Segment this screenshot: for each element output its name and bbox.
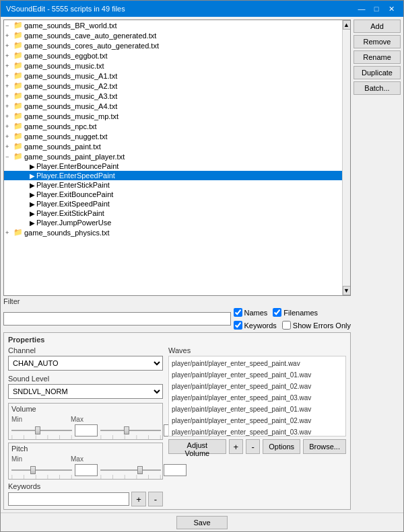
keywords-row: + - xyxy=(8,492,163,506)
show-errors-checkbox-label[interactable]: Show Errors Only xyxy=(282,321,351,330)
properties-label: Properties xyxy=(8,336,346,344)
tree-item[interactable]: + 📁 game_sounds_music.txt xyxy=(4,61,342,71)
waves-list: player/paint/player_enter_speed_paint.wa… xyxy=(168,356,346,436)
tree-item[interactable]: − 📁 game_sounds_BR_world.txt xyxy=(4,20,342,30)
tree-item[interactable]: + 📁 game_sounds_music_mp.txt xyxy=(4,111,342,121)
tree-item[interactable]: + 📁 game_sounds_physics.txt xyxy=(4,227,342,237)
properties-section: Properties Channel CHAN_AUTO Sound Level… xyxy=(3,332,351,510)
names-checkbox[interactable] xyxy=(234,308,242,317)
tree-item[interactable]: + 📁 game_sounds_music_A4.txt xyxy=(4,101,342,111)
tree-item[interactable]: + 📁 game_sounds_npc.txt xyxy=(4,121,342,131)
tree-item[interactable]: − 📁 game_sounds_paint_player.txt xyxy=(4,151,342,161)
close-button[interactable]: ✕ xyxy=(384,3,398,14)
wave-item[interactable]: player/paint/player_enter_speed_paint_01… xyxy=(170,404,344,415)
rename-button[interactable]: Rename xyxy=(354,50,401,64)
pitch-max-slider[interactable]: | | | | | | xyxy=(100,465,161,475)
keywords-checkbox[interactable] xyxy=(234,321,242,330)
filter-checkboxes-row1: Names Filenames xyxy=(234,307,351,318)
volume-max-slider[interactable]: | | | | | | xyxy=(100,426,161,435)
tree-item-label: Player.EnterBouncePaint xyxy=(36,162,119,170)
filter-section: Filter Names Filenames xyxy=(3,296,351,332)
options-button[interactable]: Options xyxy=(263,439,300,454)
tree-item-label: game_sounds_music.txt xyxy=(24,62,104,70)
add-button[interactable]: Add xyxy=(354,20,401,33)
keywords-remove-button[interactable]: - xyxy=(148,492,163,506)
show-errors-checkbox[interactable] xyxy=(282,321,291,330)
volume-label: Volume xyxy=(11,405,160,413)
tree-item-label: game_sounds_nugget.txt xyxy=(24,132,108,141)
tree-item[interactable]: ▶ Player.JumpPowerUse xyxy=(4,218,342,227)
filenames-checkbox[interactable] xyxy=(273,308,281,317)
vol-max-label: Max xyxy=(71,416,83,423)
waves-remove-button[interactable]: - xyxy=(246,439,260,454)
sound-level-label: Sound Level xyxy=(8,375,163,383)
tree-item[interactable]: ▶ Player.ExitSpeedPaint xyxy=(4,199,342,208)
pitch-group: Pitch Min Max | xyxy=(8,443,163,480)
tree-item-label: game_sounds_music_A4.txt xyxy=(24,102,117,110)
title-bar: VSoundEdit - 5555 scripts in 49 files — … xyxy=(1,1,403,17)
tree-item[interactable]: ▶ Player.ExitStickPaint xyxy=(4,208,342,218)
filter-checkboxes-row2: Keywords Show Errors Only xyxy=(234,319,351,331)
window-title: VSoundEdit - 5555 scripts in 49 files xyxy=(6,5,125,13)
pitch-min-slider[interactable]: | | | | | | xyxy=(11,465,72,475)
filter-input[interactable] xyxy=(3,312,231,326)
filenames-checkbox-label[interactable]: Filenames xyxy=(273,308,318,317)
maximize-button[interactable]: □ xyxy=(370,3,383,14)
adjust-volume-button[interactable]: Adjust Volume xyxy=(168,439,226,454)
wave-item[interactable]: player/paint/player_enter_speed_paint_03… xyxy=(170,426,344,436)
waves-add-button[interactable]: + xyxy=(229,439,243,454)
browse-button[interactable]: Browse... xyxy=(303,439,346,454)
scrollbar-down[interactable]: ▼ xyxy=(343,286,351,295)
tree-item-label: game_sounds_music_A2.txt xyxy=(24,82,117,90)
channel-select[interactable]: CHAN_AUTO xyxy=(8,356,163,371)
vol-min-label: Min xyxy=(11,416,28,423)
keywords-checkbox-label[interactable]: Keywords xyxy=(234,321,277,330)
tree-item-label: Player.EnterSpeedPaint xyxy=(36,172,115,180)
minimize-button[interactable]: — xyxy=(355,3,368,14)
tree-item[interactable]: ▶ Player.ExitBouncePaint xyxy=(4,190,342,199)
tree-item-label: game_sounds_paint.txt xyxy=(24,143,101,151)
tree-item[interactable]: + 📁 game_sounds_paint.txt xyxy=(4,141,342,151)
tree-item[interactable]: + 📁 game_sounds_music_A1.txt xyxy=(4,71,342,81)
main-content: − 📁 game_sounds_BR_world.txt + 📁 game_so… xyxy=(1,17,403,512)
remove-button[interactable]: Remove xyxy=(354,35,401,48)
tree-item[interactable]: ▶ Player.EnterStickPaint xyxy=(4,180,342,190)
bottom-buttons: Adjust Volume + - Options Browse... xyxy=(168,439,346,454)
tree-item[interactable]: + 📁 game_sounds_music_A2.txt xyxy=(4,81,342,91)
pitch-label: Pitch xyxy=(11,445,160,453)
tree-item-label: Player.EnterStickPaint xyxy=(36,181,110,189)
tree-item[interactable]: + 📁 game_sounds_nugget.txt xyxy=(4,131,342,141)
tree-item[interactable]: + 📁 game_sounds_eggbot.txt xyxy=(4,50,342,61)
duplicate-button[interactable]: Duplicate xyxy=(354,66,401,79)
volume-min-slider[interactable]: | | | | | | xyxy=(11,426,72,435)
wave-item[interactable]: player/paint/player_enter_speed_paint_02… xyxy=(170,381,344,392)
tree-item-label: game_sounds_cores_auto_generated.txt xyxy=(24,42,159,50)
wave-item[interactable]: player/paint/player_enter_speed_paint.wa… xyxy=(170,358,344,369)
wave-item[interactable]: player/paint/player_enter_speed_paint_01… xyxy=(170,369,344,381)
tree-item[interactable]: + 📁 game_sounds_cave_auto_generated.txt xyxy=(4,30,342,40)
tree-item[interactable]: ▶ Player.EnterSpeedPaint xyxy=(4,171,342,180)
names-checkbox-label[interactable]: Names xyxy=(234,308,268,317)
scrollbar-up[interactable]: ▲ xyxy=(343,20,351,30)
wave-item[interactable]: player/paint/player_enter_speed_paint_02… xyxy=(170,415,344,426)
tree-item[interactable]: ▶ Player.EnterBouncePaint xyxy=(4,161,342,171)
sound-level-select[interactable]: SNDLVL_NORM xyxy=(8,384,163,399)
keywords-add-button[interactable]: + xyxy=(131,492,146,506)
pitch-min-value[interactable]: 95 xyxy=(75,464,98,476)
keywords-input[interactable] xyxy=(8,492,129,506)
main-window: VSoundEdit - 5555 scripts in 49 files — … xyxy=(0,0,404,532)
save-button[interactable]: Save xyxy=(176,516,227,529)
tree-item-label: Player.ExitStickPaint xyxy=(36,209,104,217)
tree-item-label: game_sounds_BR_world.txt xyxy=(24,22,117,30)
tree-item[interactable]: + 📁 game_sounds_music_A3.txt xyxy=(4,91,342,101)
tree-item-label: game_sounds_physics.txt xyxy=(24,229,110,237)
file-tree[interactable]: − 📁 game_sounds_BR_world.txt + 📁 game_so… xyxy=(4,20,342,295)
title-controls: — □ ✕ xyxy=(355,3,398,14)
tree-item[interactable]: + 📁 game_sounds_cores_auto_generated.txt xyxy=(4,40,342,50)
pitch-max-label: Max xyxy=(71,455,83,463)
tree-item-label: game_sounds_music_A3.txt xyxy=(24,92,117,100)
batch-button[interactable]: Batch... xyxy=(354,81,401,95)
waves-label: Waves xyxy=(168,346,346,354)
wave-item[interactable]: player/paint/player_enter_speed_paint_03… xyxy=(170,392,344,404)
volume-min-value[interactable]: 0.25 xyxy=(75,424,98,436)
